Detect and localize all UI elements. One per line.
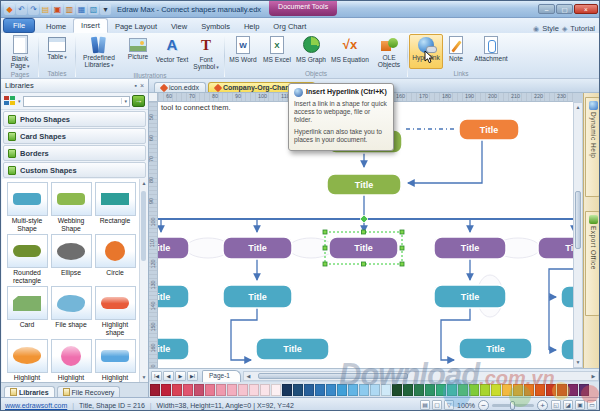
color-swatch[interactable] xyxy=(205,384,215,396)
side-tab-dynamic-help[interactable]: Dynamic Help xyxy=(585,97,600,197)
qat-dropdown-icon[interactable]: ▾ xyxy=(100,4,111,15)
shape-gallery-item[interactable]: Multi-style Shape xyxy=(5,182,49,232)
style-button[interactable]: Style xyxy=(542,24,559,33)
side-tab-export-office[interactable]: Export Office xyxy=(585,211,600,316)
library-section-photo-shapes[interactable]: Photo Shapes xyxy=(3,111,146,127)
library-go-button[interactable]: → xyxy=(132,95,145,107)
tab-home[interactable]: Home xyxy=(39,20,73,33)
library-icon[interactable]: ▥ xyxy=(64,4,75,15)
ms-word-button[interactable]: W MS Word xyxy=(226,34,260,69)
color-swatch[interactable] xyxy=(579,384,589,396)
blank-page-button[interactable]: Blank Page▾ xyxy=(3,34,37,70)
color-swatch[interactable] xyxy=(414,384,424,396)
selection-handle[interactable] xyxy=(323,230,327,234)
tab-file[interactable]: File xyxy=(3,18,35,33)
org-chart-node[interactable] xyxy=(561,339,573,360)
color-swatch[interactable] xyxy=(458,384,468,396)
note-button[interactable]: Note xyxy=(443,34,469,69)
color-swatch[interactable] xyxy=(381,384,391,396)
zoom-slider-thumb[interactable] xyxy=(510,401,515,410)
export-icon[interactable]: ▧ xyxy=(88,4,99,15)
gallery-scrollbar[interactable]: ▲ ▼ xyxy=(139,179,147,382)
selection-handle[interactable] xyxy=(362,262,366,266)
pin-icon[interactable]: ▪ xyxy=(134,82,136,89)
shape-gallery-item[interactable]: Highlight shape xyxy=(93,286,137,336)
maximize-button[interactable]: ▢ xyxy=(556,4,573,14)
color-swatch[interactable] xyxy=(304,384,314,396)
color-swatch[interactable] xyxy=(425,384,435,396)
library-section-custom-shapes[interactable]: Custom Shapes xyxy=(3,162,146,178)
color-swatch[interactable] xyxy=(535,384,545,396)
color-swatch[interactable] xyxy=(447,384,457,396)
new-document-icon[interactable]: ▤ xyxy=(40,4,51,15)
table-button[interactable]: Table▾ xyxy=(40,34,74,69)
horizontal-scrollbar[interactable]: ◀ ▶ xyxy=(243,371,599,381)
shape-gallery-item[interactable]: Rounded rectangle xyxy=(5,234,49,284)
library-section-card-shapes[interactable]: Card Shapes xyxy=(3,128,146,144)
horizontal-scrollbar-thumb[interactable] xyxy=(258,373,408,379)
color-swatch[interactable] xyxy=(348,384,358,396)
shape-gallery-item[interactable]: Highlight shape 2 xyxy=(5,339,49,382)
color-swatch[interactable] xyxy=(568,384,578,396)
page-nav-button[interactable]: ▶I xyxy=(187,371,198,381)
library-section-borders[interactable]: Borders xyxy=(3,145,146,161)
vertical-scrollbar[interactable]: ▲ ▼ xyxy=(573,102,583,368)
zoom-slider[interactable] xyxy=(492,404,534,407)
vertical-scrollbar-thumb[interactable] xyxy=(575,191,581,249)
selection-handle[interactable] xyxy=(362,230,366,234)
font-symbol-button[interactable]: T Font Symbol▾ xyxy=(189,34,223,71)
color-swatch[interactable] xyxy=(227,384,237,396)
close-panel-icon[interactable]: × xyxy=(140,82,144,89)
color-swatch[interactable] xyxy=(370,384,380,396)
zoom-out-button[interactable]: − xyxy=(478,400,489,411)
color-swatch[interactable] xyxy=(480,384,490,396)
color-swatch[interactable] xyxy=(216,384,226,396)
ms-excel-button[interactable]: X MS Excel xyxy=(260,34,294,69)
shape-gallery-item[interactable]: Circle xyxy=(93,234,137,284)
shape-gallery-item[interactable]: Rectangle xyxy=(93,182,137,232)
ms-graph-button[interactable]: MS Graph xyxy=(294,34,328,69)
minimize-button[interactable]: – xyxy=(538,4,555,14)
feedback-icon[interactable]: ▭ xyxy=(587,400,597,410)
color-swatch[interactable] xyxy=(271,384,281,396)
color-swatch[interactable] xyxy=(326,384,336,396)
color-swatch[interactable] xyxy=(337,384,347,396)
color-swatch[interactable] xyxy=(282,384,292,396)
tab-help[interactable]: Help xyxy=(237,20,266,33)
hyperlink-button[interactable]: Hyperlink xyxy=(409,34,443,69)
color-swatch[interactable] xyxy=(502,384,512,396)
redo-icon[interactable]: ↷ xyxy=(28,4,39,15)
save-icon[interactable]: ▦ xyxy=(76,4,87,15)
gallery-scrollbar-thumb[interactable] xyxy=(141,191,146,261)
color-swatch[interactable] xyxy=(469,384,479,396)
tutorial-button[interactable]: Tutorial xyxy=(570,24,595,33)
tab-page-layout[interactable]: Page Layout xyxy=(108,20,164,33)
predefined-libraries-button[interactable]: Predefined Libraries▾ xyxy=(77,34,121,69)
color-swatch[interactable] xyxy=(513,384,523,396)
scroll-up-icon[interactable]: ▲ xyxy=(574,103,582,112)
color-swatch[interactable] xyxy=(238,384,248,396)
shape-gallery-item[interactable]: Highlight shape 4 xyxy=(93,339,137,382)
color-swatch[interactable] xyxy=(436,384,446,396)
dropdown-arrow-icon[interactable]: ▾ xyxy=(18,98,21,104)
color-swatch[interactable] xyxy=(249,384,259,396)
tab-org-chart[interactable]: Org Chart xyxy=(266,20,313,33)
color-swatch[interactable] xyxy=(161,384,171,396)
selection-handle[interactable] xyxy=(400,246,404,250)
tab-insert[interactable]: Insert xyxy=(73,18,108,33)
shape-gallery-item[interactable]: Highlight shape 3 xyxy=(49,339,93,382)
tab-symbols[interactable]: Symbols xyxy=(194,20,237,33)
color-swatch[interactable] xyxy=(546,384,556,396)
color-swatch[interactable] xyxy=(183,384,193,396)
document-tab[interactable]: icon.eddx xyxy=(154,82,206,92)
scroll-down-icon[interactable]: ▼ xyxy=(574,358,582,367)
shape-gallery-item[interactable]: Webbing Shape xyxy=(49,182,93,232)
scroll-up-icon[interactable]: ▲ xyxy=(140,179,148,188)
view-normal-icon[interactable]: ▤ xyxy=(420,400,430,410)
panel-tab-libraries[interactable]: Libraries xyxy=(4,386,55,397)
color-swatch[interactable] xyxy=(392,384,402,396)
document-tools-contextual-tab[interactable]: Document Tools xyxy=(269,1,337,16)
shape-color-icon[interactable] xyxy=(4,96,15,106)
shape-gallery-item[interactable]: File shape xyxy=(49,286,93,336)
page-nav-button[interactable]: ◀ xyxy=(163,371,174,381)
